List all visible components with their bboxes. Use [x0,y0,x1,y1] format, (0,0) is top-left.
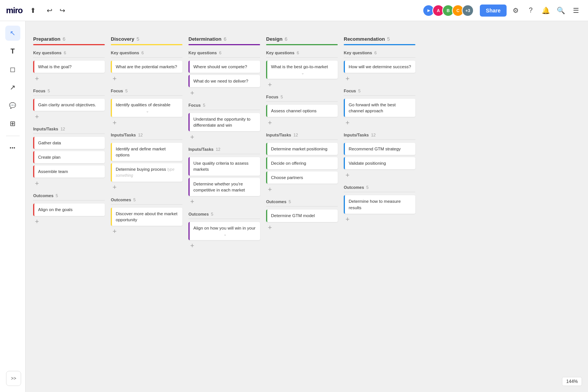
add-card-button[interactable]: + [111,228,118,236]
card[interactable]: Discover more about the market opportuni… [111,208,182,226]
card[interactable]: Understand the opportunity to differenti… [188,113,260,131]
section-preparation-focus: Focus 5 Gain clarity around objectives. … [33,89,105,121]
card-text: Where should we compete? [193,64,247,69]
canvas[interactable]: Preparation 6 Key questions 6 What is th… [26,21,588,392]
text-tool[interactable]: T [5,44,20,59]
settings-icon[interactable]: ⚙ [510,5,522,17]
share-button[interactable]: Share [480,5,507,17]
header: miro ⬆ ↩ ↪ ▸ A B C +3 Share ⚙ ? 🔔 🔍 ☰ [0,0,588,21]
card[interactable]: Determine how to measure results [344,195,415,213]
card[interactable]: How will we determine success? [344,61,415,73]
add-card-button[interactable]: + [266,81,274,89]
card[interactable]: Identify qualities of desirable ⌄ [111,99,182,117]
card[interactable]: Determine market positioning [266,143,338,155]
expand-icon: ⌄ [116,109,179,114]
add-card-button[interactable]: + [33,218,41,226]
header-left: miro ⬆ ↩ ↪ [6,5,69,17]
section-title: Focus [266,95,278,99]
card[interactable]: Create plan [33,151,105,163]
add-card-button[interactable]: + [111,75,118,83]
card[interactable]: Determine whether you're competitive in … [188,178,260,196]
section-count: 6 [219,51,221,55]
card[interactable]: Align on how you will win in your ⌄ [188,222,260,240]
add-card-button[interactable]: + [266,224,274,232]
notification-icon[interactable]: 🔔 [540,5,552,17]
card-text: Choose partners [271,175,303,180]
card-text: Align on how you will win in your [193,226,256,230]
menu-icon[interactable]: ☰ [570,5,582,17]
help-icon[interactable]: ? [525,5,537,17]
col-title-design: Design 6 [266,36,338,42]
section-header: Focus 5 [111,89,182,96]
add-card-button[interactable]: + [344,119,351,127]
col-title-text: Preparation [33,36,60,42]
frame-tool[interactable]: ⊞ [5,116,20,131]
card[interactable]: Go forward with the best channel approac… [344,99,415,117]
add-card-button[interactable]: + [111,184,118,191]
col-header-design: Design 6 [266,36,338,45]
card[interactable]: Align on the goals [33,204,105,216]
note-tool[interactable]: ◻ [5,62,20,77]
card[interactable]: Choose partners [266,172,338,184]
section-title: Focus [33,89,45,93]
zoom-indicator: 144% [562,377,582,386]
undo-button[interactable]: ↩ [44,5,56,17]
card-text: Use quality criteria to assess markets [193,161,248,172]
card[interactable]: Where should we compete? [188,61,260,73]
add-card-button[interactable]: + [33,75,41,83]
bottom-toggle[interactable]: >> [6,371,21,386]
card[interactable]: What is the best go-to-market ⌄ [266,61,338,79]
card-text: What is the goal? [38,64,72,69]
section-title: Key questions [111,51,139,55]
select-tool[interactable]: ↖ [5,26,20,41]
card[interactable]: Gather data [33,137,105,149]
add-card-button[interactable]: + [188,242,196,250]
add-card-button[interactable]: + [266,119,274,127]
card[interactable]: Decide on offering [266,157,338,169]
add-card-button[interactable]: + [188,89,196,97]
section-recommendation-key-questions: Key questions 6 How will we determine su… [344,51,415,83]
card[interactable]: Determine buying process type something [111,163,182,181]
more-tool[interactable]: ••• [5,141,20,156]
column-recommendation: Recommendation 5 Key questions 6 How wil… [344,36,415,256]
col-line-preparation [33,44,105,45]
section-count: 6 [297,51,299,55]
comment-tool[interactable]: 💬 [5,98,20,113]
card[interactable]: Recommend GTM strategy [344,143,415,155]
card-text: Gain clarity around objectives. [38,103,96,107]
section-preparation-outcomes: Outcomes 5 Align on the goals + [33,193,105,225]
card[interactable]: Determine GTM model [266,210,338,222]
card[interactable]: Assess channel options [266,105,338,117]
add-card-button[interactable]: + [188,133,196,141]
card[interactable]: Validate positioning [344,157,415,169]
add-card-button[interactable]: + [344,75,351,83]
section-header: Outcomes 5 [188,212,260,219]
card[interactable]: What do we need to deliver? [188,75,260,87]
section-title: Focus [188,103,201,107]
upload-button[interactable]: ⬆ [27,5,39,17]
avatar-group: ▸ A B C +3 [423,5,474,17]
card[interactable]: Identify and define market options [111,143,182,161]
sidebar: ↖ T ◻ ↗ 💬 ⊞ ••• [0,21,26,392]
add-card-button[interactable]: + [344,172,351,179]
add-card-button[interactable]: + [344,216,351,224]
card[interactable]: What are the potential markets? [111,61,182,73]
add-card-button[interactable]: + [266,186,274,193]
add-card-button[interactable]: + [111,119,118,127]
card-text: Recommend GTM strategy [349,147,401,151]
column-determination: Determination 6 Key questions 6 Where sh… [188,36,260,256]
card-text: Determine how to measure results [349,199,401,210]
add-card-button[interactable]: + [33,180,41,187]
add-card-button[interactable]: + [33,113,41,121]
redo-button[interactable]: ↪ [57,5,69,17]
arrow-tool[interactable]: ↗ [5,80,20,95]
card[interactable]: Assemble team [33,165,105,178]
col-title-recommendation: Recommendation 5 [344,36,415,42]
card[interactable]: Gain clarity around objectives. [33,99,105,111]
board: Preparation 6 Key questions 6 What is th… [33,36,580,256]
search-icon[interactable]: 🔍 [555,5,567,17]
card-text: Gather data [38,141,61,145]
card[interactable]: What is the goal? [33,61,105,73]
add-card-button[interactable]: + [188,198,196,206]
card[interactable]: Use quality criteria to assess markets [188,157,260,175]
